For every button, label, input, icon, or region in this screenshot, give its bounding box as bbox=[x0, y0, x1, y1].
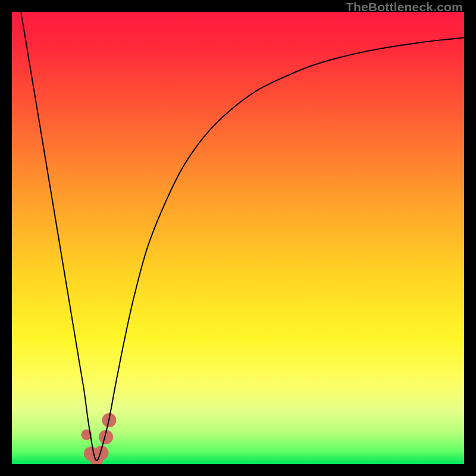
plot-area bbox=[12, 12, 464, 464]
chart-frame: TheBottleneck.com bbox=[0, 0, 476, 476]
chart-svg bbox=[12, 12, 464, 464]
gradient-background bbox=[12, 12, 464, 464]
watermark-text: TheBottleneck.com bbox=[346, 0, 463, 14]
